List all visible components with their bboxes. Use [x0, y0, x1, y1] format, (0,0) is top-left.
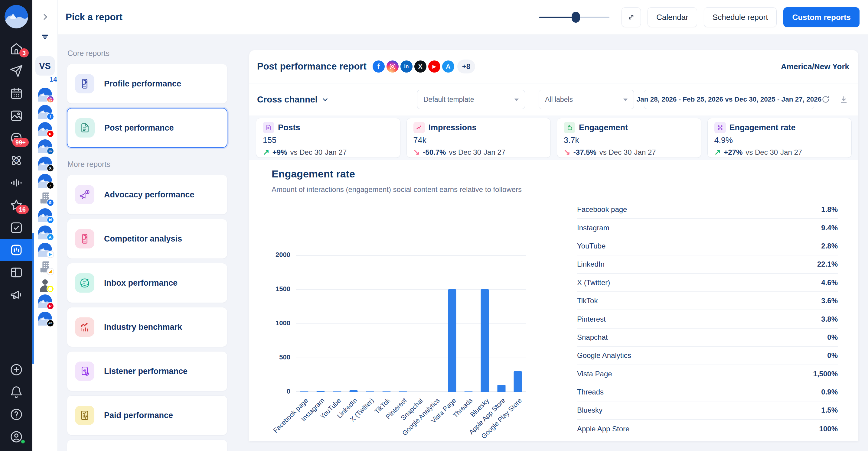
profile-google-business[interactable] — [38, 191, 52, 205]
table-row: LinkedIn22.1% — [577, 255, 838, 273]
audio-wave-icon — [10, 176, 23, 190]
impressions-icon — [413, 122, 425, 133]
bar-instagram[interactable] — [312, 255, 329, 392]
industry-benchmark-icon — [75, 317, 94, 337]
metric-card-posts[interactable]: Posts 155 ↗+9%vs Dec 30-Jan 27 — [256, 118, 400, 158]
nav-notifications[interactable] — [0, 381, 32, 403]
nav-feeds[interactable] — [0, 261, 32, 284]
calendar-button[interactable]: Calendar — [648, 7, 697, 27]
google-business-icon — [46, 199, 54, 206]
report-card-profile-performance[interactable]: Profile performance — [67, 64, 227, 104]
download-button[interactable] — [837, 93, 850, 106]
bar-snapchat[interactable] — [411, 255, 427, 392]
youtube-icon: ▶ — [46, 130, 54, 137]
nav-listening[interactable] — [0, 172, 32, 194]
profile-google-analytics[interactable] — [38, 260, 52, 274]
row-label: Google Analytics — [577, 351, 631, 360]
topbar-actions: Calendar Schedule report Custom reports — [539, 7, 860, 27]
bar-apple-app-store[interactable] — [493, 255, 509, 392]
nav-create[interactable] — [0, 358, 32, 381]
profile-instagram[interactable] — [38, 88, 52, 102]
metric-card-engagement-rate[interactable]: Engagement rate 4.9% ↗+27%vs Dec 30-Jan … — [707, 118, 852, 158]
bar-facebook-page[interactable] — [296, 255, 312, 392]
apple-app-store-icon: A — [442, 60, 454, 72]
nav-calendar[interactable] — [0, 82, 32, 105]
profile-linkedin[interactable]: in — [38, 139, 52, 153]
nav-home[interactable]: 3 — [0, 37, 32, 60]
rail-scrollbar-thumb[interactable] — [32, 233, 34, 364]
profile-threads[interactable]: @ — [38, 312, 52, 326]
nav-media[interactable] — [0, 105, 32, 127]
template-select[interactable]: Default template — [417, 90, 525, 109]
chart-section-header: Engagement rate Amount of interactions (… — [249, 160, 858, 194]
report-card-competitor-analysis[interactable]: Competitor analysis — [67, 219, 227, 259]
bar-youtube[interactable] — [329, 255, 345, 392]
nav-inbox[interactable]: 99+ — [0, 127, 32, 149]
custom-reports-button[interactable]: Custom reports — [783, 7, 860, 27]
nav-reviews[interactable]: 16 — [0, 194, 32, 217]
table-row: Pinterest3.8% — [577, 310, 838, 328]
profile-apple-app-store[interactable]: A — [38, 226, 52, 239]
row-value: 9.4% — [821, 224, 838, 232]
refresh-button[interactable] — [819, 93, 832, 106]
metric-card-impressions[interactable]: Impressions 74k ↘-50.7%vs Dec 30-Jan 27 — [406, 118, 551, 158]
nav-analytics[interactable] — [0, 239, 32, 261]
row-value: 4.6% — [821, 279, 838, 287]
profile-x-twitter[interactable]: X — [38, 157, 52, 170]
trend-up-icon: ↗ — [263, 148, 270, 157]
bar-google-play-store[interactable] — [509, 255, 526, 392]
send-icon — [10, 64, 23, 78]
report-card-listener-performance[interactable]: Listener performance — [67, 351, 227, 391]
profile-tiktok[interactable]: ♪ — [38, 174, 52, 188]
post-performance-icon — [75, 118, 95, 137]
report-card-partial[interactable] — [67, 440, 227, 451]
profile-facebook[interactable]: f — [38, 105, 52, 119]
slider-knob[interactable] — [571, 12, 580, 23]
row-label: Instagram — [577, 224, 610, 232]
zoom-slider[interactable] — [539, 12, 610, 23]
collapse-rail-button[interactable] — [37, 9, 53, 25]
metric-card-engagement[interactable]: Engagement 3.7k ↘-37.5%vs Dec 30-Jan 27 — [557, 118, 701, 158]
engagement-rate-icon — [714, 122, 726, 133]
bar-google-analytics[interactable] — [427, 255, 444, 392]
nav-advocacy[interactable] — [0, 284, 32, 306]
report-card-paid-performance[interactable]: Paid performance — [67, 395, 227, 435]
report-card-industry-benchmark[interactable]: Industry benchmark — [67, 307, 227, 347]
schedule-report-button[interactable]: Schedule report — [704, 7, 777, 27]
bar-pinterest[interactable] — [395, 255, 411, 392]
report-card-label: Post performance — [104, 123, 174, 133]
report-card-post-performance[interactable]: Post performance — [67, 108, 227, 148]
table-row: Instagram9.4% — [577, 219, 838, 237]
nav-publish[interactable] — [0, 60, 32, 82]
table-row: Apple App Store100% — [577, 420, 838, 438]
table-row: Vista Page1,500% — [577, 365, 838, 383]
labels-select[interactable]: All labels — [539, 90, 634, 109]
profile-bluesky[interactable] — [38, 208, 52, 222]
report-card-advocacy-performance[interactable]: Advocacy performance — [67, 175, 227, 215]
bar-vista-page[interactable] — [444, 255, 460, 392]
nav-help[interactable] — [0, 403, 32, 426]
expand-button[interactable] — [621, 7, 641, 27]
report-card-inbox-performance[interactable]: Inbox performance — [67, 263, 227, 303]
profile-youtube[interactable]: ▶ — [38, 122, 52, 136]
nav-tasks[interactable] — [0, 217, 32, 239]
profile-avatar-list: f ▶ in X ♪ A P @ — [38, 88, 52, 326]
bar-bluesky[interactable] — [477, 255, 493, 392]
more-networks-chip[interactable]: +8 — [457, 60, 475, 73]
app-logo[interactable] — [4, 5, 28, 28]
bar-linkedin[interactable] — [345, 255, 362, 392]
bar-threads[interactable] — [460, 255, 477, 392]
workspace-tile[interactable]: VS 14 — [35, 56, 55, 75]
profile-snapchat[interactable] — [38, 277, 52, 291]
app-root: 3 99+ 16 — [0, 0, 868, 451]
bar-tiktok[interactable] — [378, 255, 394, 392]
chart-subtitle: Amount of interactions (engagement) soci… — [272, 185, 834, 194]
profile-pinterest[interactable]: P — [38, 294, 52, 308]
bar-x-twitter[interactable] — [362, 255, 378, 392]
profile-google-play[interactable] — [38, 243, 52, 257]
nav-account[interactable] — [0, 426, 32, 448]
channel-dropdown[interactable]: Cross channel — [257, 95, 329, 105]
date-range-picker[interactable]: Jan 28, 2026 - Feb 25, 2026 vs Dec 30, 2… — [644, 90, 814, 109]
nav-automation[interactable] — [0, 149, 32, 172]
filter-profiles-button[interactable] — [37, 29, 53, 45]
